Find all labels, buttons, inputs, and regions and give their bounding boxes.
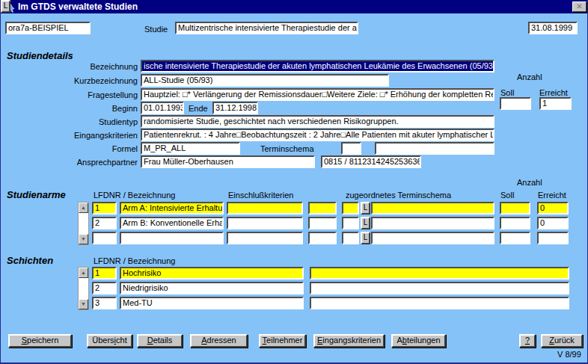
teilnehmer-button[interactable]: Teilnehmer <box>259 334 306 348</box>
studie-label: Studie <box>144 25 168 34</box>
arm-terminschema-field[interactable] <box>342 217 359 229</box>
arme-col-erreicht: Erreicht <box>538 191 566 200</box>
arm-terminschema-field[interactable] <box>342 202 359 215</box>
arm-einschluss-field[interactable] <box>227 232 303 244</box>
arm-terminschema-name-field[interactable] <box>371 202 494 215</box>
abteilungen-button[interactable]: Abteilungen <box>391 334 446 348</box>
studientyp-field[interactable]: randomisierte Studie, geschichtet nach v… <box>141 115 494 128</box>
arm-soll-field[interactable] <box>500 217 530 229</box>
scroll-down-icon: ▼ <box>81 301 86 306</box>
arm-terminschema-name-field[interactable] <box>371 217 494 229</box>
arm-terminschema-name-field[interactable] <box>371 232 494 244</box>
arm-einschluss-field[interactable] <box>227 202 303 215</box>
terminschema-name-field[interactable] <box>375 142 494 155</box>
erreicht-field[interactable]: 1 <box>539 97 572 110</box>
terminschema-lov-button[interactable]: L <box>1 0 10 13</box>
session-field[interactable]: ora7a-BEISPIEL <box>5 22 91 34</box>
arm-bezeichnung-field[interactable]: Arm A: Intensivierte Erhaltu <box>120 202 224 215</box>
arm-erreicht-field[interactable]: 0 <box>537 202 569 215</box>
arm-lfdnr-field[interactable] <box>92 232 117 244</box>
arm-erreicht-field[interactable]: 0 <box>537 217 569 229</box>
beginn-field[interactable]: 01.01.1993 <box>141 102 184 114</box>
bezeichnung-field[interactable]: ische intensivierte Therapiestudie der a… <box>141 60 494 73</box>
fragestellung-field[interactable]: Hauptziel: □* Verlängerung der Remission… <box>141 88 494 101</box>
ende-field[interactable]: 31.12.1998 <box>212 102 258 114</box>
arm-lov-button[interactable]: L <box>361 232 370 244</box>
studienarme-heading: Studienarme <box>7 189 66 200</box>
terminschema-field[interactable] <box>341 142 361 155</box>
schichten-heading: Schichten <box>7 255 53 266</box>
schicht-lfdnr-field[interactable]: 2 <box>92 282 117 294</box>
scroll-down-button[interactable]: ▼ <box>79 299 88 309</box>
adressen-button[interactable]: Adressen <box>190 334 248 348</box>
scrollbar-track[interactable] <box>79 213 88 234</box>
details-button[interactable]: Details <box>137 334 183 348</box>
arme-col-soll: Soll <box>500 191 514 200</box>
schicht-extra-field[interactable] <box>310 297 569 309</box>
studienarme-scrollbar[interactable]: ▲ ▼ <box>78 202 89 245</box>
formel-field[interactable]: M_PR_ALL <box>141 142 240 155</box>
bezeichnung-label: Bezeichnung <box>7 62 138 71</box>
scroll-down-button[interactable]: ▼ <box>79 234 88 244</box>
eingangskriterien-field[interactable]: Patientenrekrut. : 4 Jahre□Beobachtungsz… <box>141 129 494 141</box>
schicht-lfdnr-field[interactable]: 3 <box>92 297 117 309</box>
arm-soll-field[interactable] <box>500 202 530 215</box>
studientyp-label: Studientyp <box>7 117 138 126</box>
schicht-extra-field[interactable] <box>310 282 569 294</box>
fragestellung-label: Fragestellung <box>7 90 138 99</box>
eingangskriterien-label: Eingangskriterien <box>7 131 138 140</box>
scroll-up-button[interactable]: ▲ <box>79 268 88 278</box>
date-field[interactable]: 31.08.1999 <box>528 22 578 34</box>
soll-label: Soll <box>500 88 514 97</box>
close-button[interactable]: ✕ <box>572 1 587 12</box>
schicht-lfdnr-field[interactable]: 1 <box>92 267 117 280</box>
arm-erreicht-field[interactable] <box>537 232 569 244</box>
arm-lfdnr-field[interactable]: 2 <box>92 217 117 229</box>
version-text: V 8/99 <box>557 350 581 359</box>
anzahl-label: Anzahl <box>517 73 542 81</box>
schichten-scrollbar[interactable]: ▲ ▼ <box>78 267 89 310</box>
schichten-col-lfdnr: LFDNR / Bezeichnung <box>94 256 175 265</box>
arm-einschluss2-field[interactable] <box>308 217 337 229</box>
zurueck-button[interactable]: Zurück <box>541 334 583 348</box>
schicht-bezeichnung-field[interactable]: Niedrigrisiko <box>120 282 304 294</box>
ende-label: Ende <box>189 104 208 113</box>
schicht-bezeichnung-field[interactable]: Hochrisiko <box>120 267 304 280</box>
arm-einschluss2-field[interactable] <box>308 232 337 244</box>
uebersicht-button[interactable]: Übersicht <box>87 334 132 348</box>
arme-col-lfdnr: LFDNR / Bezeichnung <box>94 191 175 200</box>
arm-soll-field[interactable] <box>500 232 530 244</box>
scroll-up-icon: ▲ <box>81 205 86 210</box>
kurzbezeichnung-label: Kurzbezeichnung <box>7 76 138 85</box>
studie-field[interactable]: Multizentrische intensivierte Therapiest… <box>175 22 358 34</box>
ansprechpartner-field[interactable]: Frau Müller-Oberhausen <box>141 155 315 168</box>
arm-lov-button[interactable]: L <box>361 202 370 215</box>
kurzbezeichnung-field[interactable]: ALL-Studie (05/93) <box>141 74 389 87</box>
scroll-down-icon: ▼ <box>81 236 86 241</box>
scroll-up-button[interactable]: ▲ <box>79 203 88 213</box>
arm-einschluss-field[interactable] <box>227 217 303 229</box>
beginn-label: Beginn <box>7 104 138 113</box>
scrollbar-track[interactable] <box>79 278 88 299</box>
window: Im GTDS verwaltete Studien ✕ ora7a-BEISP… <box>0 0 588 364</box>
eingangskriterien-button[interactable]: Eingangskriterien <box>313 334 385 348</box>
arm-terminschema-field[interactable] <box>342 232 359 244</box>
scroll-up-icon: ▲ <box>81 270 86 275</box>
arm-bezeichnung-field[interactable]: Arm B: Konventionelle Erha <box>120 217 224 229</box>
schicht-extra-field[interactable] <box>310 267 569 280</box>
arm-einschluss2-field[interactable] <box>308 202 337 215</box>
schicht-bezeichnung-field[interactable]: Med-TU <box>120 297 304 309</box>
titlebar: Im GTDS verwaltete Studien ✕ <box>1 0 588 13</box>
arm-bezeichnung-field[interactable] <box>120 232 224 244</box>
arm-lfdnr-field[interactable]: 1 <box>92 202 117 215</box>
arme-col-einschluss: Einschlußkriterien <box>228 191 293 200</box>
speichern-button[interactable]: Speichern <box>8 334 72 348</box>
telefon-field[interactable]: 0815 / 8112314245253636 <box>321 155 421 168</box>
soll-field[interactable] <box>500 97 531 110</box>
arme-anzahl-label: Anzahl <box>517 178 542 187</box>
hilfe-button[interactable]: ? <box>519 334 536 348</box>
arm-lov-button[interactable]: L <box>361 217 370 229</box>
ansprechpartner-label: Ansprechpartner <box>7 158 138 167</box>
close-icon: ✕ <box>576 2 582 10</box>
formel-label: Formel <box>7 144 138 153</box>
